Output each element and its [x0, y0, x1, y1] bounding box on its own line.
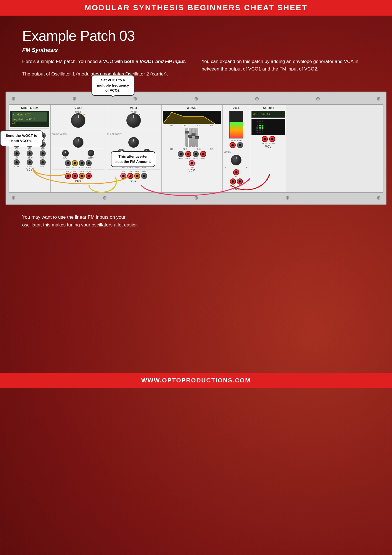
module-vco1: VCO FREQ PULSE WIDTH: [51, 105, 106, 192]
rack-plus-b5: ⊕: [376, 195, 381, 201]
bottom-note: You may want to use the linear FM inputs…: [0, 205, 166, 234]
dec-fader[interactable]: [189, 128, 192, 147]
rel-handle[interactable]: [195, 136, 199, 139]
vco1-sin-output: [65, 173, 71, 179]
photo-spacer: [0, 234, 392, 373]
adsr-input-row: PUSH GATE RETR ENV: [163, 151, 221, 159]
rack-plus-b1: ⊕: [11, 195, 16, 201]
desc-right-p1: You can expand on this patch by adding a…: [202, 58, 370, 73]
patch-subtitle: FM Synthesis: [22, 47, 370, 53]
audio-output-row: LEFT RIGHT: [251, 136, 285, 144]
patch-title: Example Patch 03: [22, 27, 370, 44]
jack-stop: [27, 159, 33, 165]
vco1-freq-knob[interactable]: [71, 113, 85, 128]
midi-line1: Windows MIDI: [12, 112, 47, 117]
adsr-sus-slider: [192, 128, 195, 147]
vco1-lfm-knob[interactable]: [62, 150, 69, 157]
adsr-title: ADSR: [163, 106, 221, 110]
meter-row-24: -24: [253, 129, 284, 131]
callout-vco1-freq: Set VCO1 to a multiple frequency of VCO2…: [91, 75, 134, 96]
vco1-sqr-output: [86, 173, 92, 179]
vco2-freq-indicator: [139, 114, 140, 115]
adsr-rel-slider: [195, 128, 198, 147]
vco1-lfm-group: LFM: [62, 150, 69, 159]
midi-screen: Windows MIDI Keystation 88 0 Alt: [10, 111, 49, 127]
audio-title: AUDIO: [251, 106, 285, 110]
vca-level-meter: [229, 111, 243, 138]
vca-in-row: IN: [224, 169, 249, 178]
vco1-freq-indicator: [83, 114, 85, 115]
dot-12-l: [259, 127, 261, 129]
vco1-input-row: FM V/OCT SYNC PWM: [52, 160, 105, 168]
midi-cv-title: MIDI ▶ CV: [10, 106, 49, 110]
audio-right-out: [269, 136, 275, 142]
svg-marker-0: [163, 112, 215, 124]
vco2-brand: VCV: [107, 180, 160, 183]
vca-bar: [230, 122, 243, 138]
vca-level-range: -∞ +6: [224, 167, 249, 168]
vco2-freq-knob-wrapper: [126, 113, 141, 129]
rack-plus-1: ⊕: [11, 96, 16, 102]
vca-right-out: [237, 178, 243, 185]
rack-plus-b2: ⊕: [103, 195, 107, 201]
vca-level-knob[interactable]: [231, 155, 241, 165]
vco1-brand: VCV: [52, 180, 105, 183]
vco1-sync-input: [79, 160, 85, 166]
vca-in-jack: [233, 169, 239, 175]
midi-brand: VCV: [10, 168, 49, 171]
rel-fader[interactable]: [195, 128, 198, 147]
dot-6-r: [262, 125, 263, 127]
dot-24-r: [262, 129, 263, 131]
footer-url[interactable]: WWW.OPTOPRODUCTIONS.COM: [141, 377, 251, 384]
vco1-pw-knob[interactable]: [73, 137, 83, 148]
description-grid: Here's a simple FM patch. You need a VCO…: [22, 58, 370, 78]
rack-plus-2: ⊕: [72, 96, 77, 102]
sus-fader[interactable]: [192, 128, 195, 147]
modules-row: MIDI ▶ CV Windows MIDI Keystation 88 0 A…: [9, 104, 383, 193]
page-footer: WWW.OPTOPRODUCTIONS.COM: [0, 373, 392, 388]
midi-port-clk: CLK: [10, 150, 23, 159]
att-fader[interactable]: [185, 128, 188, 147]
vco2-freq-knob[interactable]: [126, 113, 141, 128]
vco2-saw-output: [134, 173, 140, 179]
adsr-att-slider: [185, 128, 188, 147]
rack-top-bar: ⊕ ⊕ ⊕ ⊕ ⊕ ⊕ ⊕: [9, 95, 383, 103]
jack-clk: [14, 150, 20, 157]
rack-plus-4: ⊕: [194, 96, 198, 102]
jack-clkn: [27, 150, 33, 157]
vco1-saw-output: [79, 173, 85, 179]
meter-row-6: -6: [253, 125, 284, 127]
adsr-slider-labels-top: ATT DEC SUS REL: [163, 125, 221, 127]
synth-wrapper: ⊕ ⊕ ⊕ ⊕ ⊕ ⊕ ⊕ MIDI ▶ CV Windows MIDI Key…: [6, 92, 386, 205]
vco2-tri-output: [127, 173, 133, 179]
dot-12-r: [262, 127, 263, 129]
vco1-output-row: SIN TRI SAW SQR: [52, 171, 105, 179]
vco1-title: VCO: [52, 106, 105, 110]
dot-3-l: [259, 123, 261, 124]
midi-line3: Alt: [12, 122, 47, 125]
vca-lmon-right-jacks: [224, 142, 249, 148]
vca-lmon-right: L/MON RIGHT: [224, 140, 249, 142]
audio-screen: ASIO MADIfa: [251, 111, 285, 117]
main-content: Example Patch 03 FM Synthesis Here's a s…: [0, 16, 392, 92]
module-adsr: ADSR ATT DEC SUS REL: [162, 105, 223, 192]
vco2-pw-knob[interactable]: [128, 137, 139, 148]
vco1-soft-knob[interactable]: [88, 150, 94, 157]
vco2-title: VCO: [107, 106, 160, 110]
rack-plus-3: ⊕: [133, 96, 137, 102]
midi-port-clkn: CLK/N: [23, 150, 36, 159]
header-title: MODULAR SYNTHESIS BEGINNERS CHEAT SHEET: [6, 3, 386, 12]
adsr-sliders: [163, 128, 221, 147]
vco2-sin-output: [120, 173, 126, 179]
vco1-soft-group: SOFT: [88, 150, 94, 159]
jack-strt: [14, 159, 20, 165]
vca-right-jack: [237, 142, 243, 148]
vca-title: VCA: [224, 106, 249, 110]
vca-level-row: [224, 155, 249, 165]
midi-port-stop: STOP: [23, 159, 36, 168]
callout-fm-amount: This attenuverter sets the FM Amount.: [111, 151, 155, 167]
module-audio: AUDIO ASIO MADIfa 0 -3: [250, 105, 286, 192]
midi-line2: Keystation 88 0: [12, 117, 47, 122]
adsr-brand: VCV: [163, 169, 221, 172]
adsr-out: [189, 160, 195, 166]
